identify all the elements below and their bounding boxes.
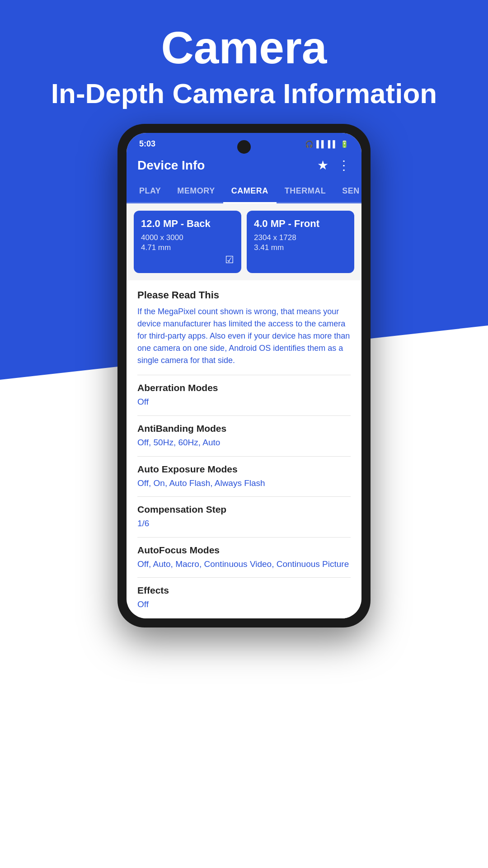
more-options-icon[interactable]: ⋮ bbox=[338, 158, 351, 173]
aberration-modes-value: Off bbox=[137, 396, 351, 408]
page-title-section: Camera In-Depth Camera Information bbox=[0, 0, 488, 124]
status-icons: 🎧 ▌▌ ▌▌ 🔋 bbox=[305, 140, 349, 148]
aberration-modes-row: Aberration Modes Off bbox=[137, 375, 351, 416]
back-camera-title: 12.0 MP - Back bbox=[141, 218, 234, 230]
tab-thermal[interactable]: THERMAL bbox=[277, 180, 334, 202]
back-camera-check: ☑ bbox=[141, 254, 234, 266]
please-read-title: Please Read This bbox=[137, 289, 351, 301]
auto-exposure-modes-label: Auto Exposure Modes bbox=[137, 464, 351, 475]
battery-icon: 🔋 bbox=[340, 140, 349, 148]
status-time: 5:03 bbox=[139, 139, 155, 149]
effects-value: Off bbox=[137, 599, 351, 611]
signal-icons: ▌▌ ▌▌ bbox=[316, 140, 338, 148]
effects-label: Effects bbox=[137, 585, 351, 596]
headphone-icon: 🎧 bbox=[305, 140, 314, 148]
front-camera-resolution: 2304 x 1728 bbox=[254, 233, 347, 242]
camera-notch bbox=[237, 140, 251, 154]
tab-memory[interactable]: MEMORY bbox=[169, 180, 223, 202]
tab-bar: PLAY MEMORY CAMERA THERMAL SEN bbox=[127, 180, 361, 203]
front-camera-card[interactable]: 4.0 MP - Front 2304 x 1728 3.41 mm bbox=[247, 211, 354, 273]
front-camera-title: 4.0 MP - Front bbox=[254, 218, 347, 230]
antibanding-modes-row: AntiBanding Modes Off, 50Hz, 60Hz, Auto bbox=[137, 416, 351, 457]
tab-sensors[interactable]: SEN bbox=[334, 180, 361, 202]
tab-play[interactable]: PLAY bbox=[131, 180, 169, 202]
phone-screen: 5:03 🎧 ▌▌ ▌▌ 🔋 Device Info ★ ⋮ PLAY MEMO… bbox=[127, 133, 361, 618]
effects-row: Effects Off bbox=[137, 578, 351, 618]
auto-exposure-modes-row: Auto Exposure Modes Off, On, Auto Flash,… bbox=[137, 457, 351, 497]
aberration-modes-label: Aberration Modes bbox=[137, 382, 351, 393]
antibanding-modes-label: AntiBanding Modes bbox=[137, 423, 351, 434]
phone-mockup: 5:03 🎧 ▌▌ ▌▌ 🔋 Device Info ★ ⋮ PLAY MEMO… bbox=[117, 124, 371, 627]
auto-exposure-modes-value: Off, On, Auto Flash, Always Flash bbox=[137, 477, 351, 490]
page-main-title: Camera bbox=[18, 23, 470, 72]
page-subtitle: In-Depth Camera Information bbox=[18, 77, 470, 110]
back-camera-focal: 4.71 mm bbox=[141, 243, 234, 252]
antibanding-modes-value: Off, 50Hz, 60Hz, Auto bbox=[137, 437, 351, 449]
please-read-body: If the MegaPixel count shown is wrong, t… bbox=[137, 306, 351, 375]
info-rows-container: Aberration Modes Off AntiBanding Modes O… bbox=[127, 375, 361, 618]
autofocus-modes-value: Off, Auto, Macro, Continuous Video, Cont… bbox=[137, 558, 351, 571]
info-section: Please Read This If the MegaPixel count … bbox=[127, 280, 361, 375]
tab-camera[interactable]: CAMERA bbox=[223, 180, 277, 203]
autofocus-modes-label: AutoFocus Modes bbox=[137, 545, 351, 556]
compensation-step-row: Compensation Step 1/6 bbox=[137, 497, 351, 538]
camera-cards-section: 12.0 MP - Back 4000 x 3000 4.71 mm ☑ 4.0… bbox=[127, 203, 361, 280]
front-camera-focal: 3.41 mm bbox=[254, 243, 347, 252]
compensation-step-value: 1/6 bbox=[137, 518, 351, 530]
back-camera-resolution: 4000 x 3000 bbox=[141, 233, 234, 242]
status-bar: 5:03 🎧 ▌▌ ▌▌ 🔋 bbox=[127, 133, 361, 152]
autofocus-modes-row: AutoFocus Modes Off, Auto, Macro, Contin… bbox=[137, 538, 351, 578]
app-title: Device Info bbox=[137, 158, 205, 173]
favorite-icon[interactable]: ★ bbox=[317, 158, 328, 173]
compensation-step-label: Compensation Step bbox=[137, 504, 351, 515]
app-actions: ★ ⋮ bbox=[317, 158, 351, 173]
app-bar: Device Info ★ ⋮ bbox=[127, 152, 361, 180]
back-camera-card[interactable]: 12.0 MP - Back 4000 x 3000 4.71 mm ☑ bbox=[134, 211, 241, 273]
